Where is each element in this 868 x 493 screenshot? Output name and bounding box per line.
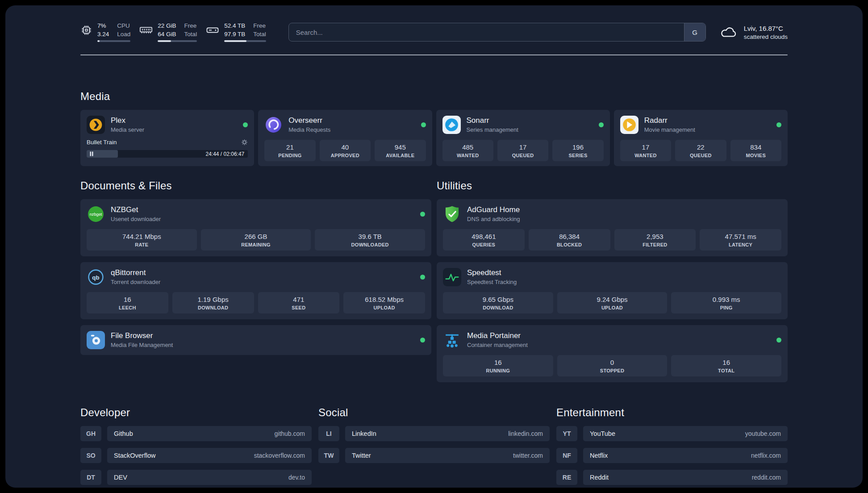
app-name: Media Portainer [467, 332, 528, 340]
app-name: Sonarr [467, 117, 518, 125]
link-row-stackoverflow: SO StackOverflow stackoverflow.com [80, 448, 312, 463]
stat-queued: 22 QUEUED [675, 140, 726, 161]
search-engine-button[interactable]: G [684, 23, 705, 41]
stat-downloaded: 39.6 TB DOWNLOADED [315, 229, 425, 251]
link-group-social: Social LI LinkedIn linkedin.com TW Twitt… [318, 406, 550, 485]
status-dot [420, 212, 425, 217]
memory-icon [139, 24, 153, 36]
app-subtitle: Torrent downloader [111, 279, 160, 285]
now-playing-title: Bullet Train [87, 139, 117, 146]
status-dot [599, 122, 604, 127]
app-card-portainer[interactable]: Media Portainer Container management 16 … [437, 325, 788, 382]
link-row-youtube: YT YouTube youtube.com [556, 426, 788, 441]
topbar: 7% 3.24 CPU Load [80, 22, 788, 42]
status-dot [776, 338, 781, 343]
stat-rate: 744.21 Mbps RATE [87, 229, 197, 251]
stat-download: 9.65 Gbps DOWNLOAD [443, 292, 553, 313]
stat-wanted: 17 WANTED [620, 140, 671, 161]
playback-time: 24:44 / 02:06:47 [206, 151, 245, 157]
nzbget-icon: nzbget [87, 205, 105, 223]
app-card-speedtest[interactable]: Speedtest Speedtest Tracking 9.65 Gbps D… [437, 262, 788, 319]
stat-upload: 9.24 Gbps UPLOAD [557, 292, 668, 313]
app-name: Plex [111, 117, 144, 125]
app-name: Radarr [644, 117, 695, 125]
reddit-link[interactable]: Reddit reddit.com [583, 470, 788, 485]
plex-icon [87, 116, 105, 134]
disk-total-value: 97.9 TB [224, 31, 245, 38]
github-link[interactable]: Github github.com [107, 426, 312, 441]
speedtest-icon [443, 268, 461, 286]
svg-text:qb: qb [92, 274, 99, 281]
twitter-link[interactable]: Twitter twitter.com [345, 448, 550, 463]
cpu-load-value: 3.24 [97, 31, 109, 38]
stackoverflow-abbr-tile[interactable]: SO [80, 448, 101, 463]
link-group-entertainment: Entertainment YT YouTube youtube.com NF … [556, 406, 788, 485]
app-name: File Browser [111, 332, 173, 340]
qbittorrent-icon: qb [87, 268, 105, 286]
memory-label-bottom: Total [184, 31, 197, 38]
cpu-percent: 7% [97, 22, 109, 29]
stat-seed: 471 SEED [258, 292, 340, 313]
github-abbr-tile[interactable]: GH [80, 426, 101, 441]
stat-movies: 834 MOVIES [730, 140, 781, 161]
stat-stopped: 0 STOPPED [557, 355, 668, 376]
documents-column: Documents & Files nzbget NZBGet U [80, 180, 431, 382]
stat-remaining: 266 GB REMAINING [201, 229, 311, 251]
stat-leech: 16 LEECH [87, 292, 168, 313]
netflix-abbr-tile[interactable]: NF [556, 448, 577, 463]
weather-condition: scattered clouds [744, 33, 788, 40]
disk-widget: 52.4 TB 97.9 TB Free Total [206, 22, 266, 42]
youtube-abbr-tile[interactable]: YT [556, 426, 577, 441]
youtube-link[interactable]: YouTube youtube.com [583, 426, 788, 441]
playback-progressbar[interactable]: 24:44 / 02:06:47 [87, 150, 248, 158]
disk-label-top: Free [253, 22, 266, 29]
pause-button[interactable] [89, 151, 94, 156]
portainer-icon [443, 331, 461, 349]
app-card-qbittorrent[interactable]: qb qBittorrent Torrent downloader 16 LEE… [80, 262, 431, 319]
media-grid: Plex Media server Bullet Train [80, 110, 788, 166]
app-subtitle: Movie management [644, 126, 695, 133]
svg-text:nzbget: nzbget [90, 212, 102, 217]
stat-upload: 618.52 Mbps UPLOAD [343, 292, 425, 313]
app-card-adguard[interactable]: AdGuard Home DNS and adblocking 498,461 … [437, 199, 788, 256]
app-card-plex[interactable]: Plex Media server Bullet Train [80, 110, 254, 166]
stat-filtered: 2,953 FILTERED [614, 229, 696, 251]
cpu-label-bottom: Load [117, 31, 130, 38]
app-card-nzbget[interactable]: nzbget NZBGet Usenet downloader 744.21 M… [80, 199, 431, 256]
memory-label-top: Free [184, 22, 197, 29]
status-dot [420, 338, 425, 343]
stat-available: 945 AVAILABLE [375, 140, 426, 161]
stat-ping: 0.993 ms PING [671, 292, 781, 313]
cpu-widget: 7% 3.24 CPU Load [80, 22, 130, 42]
twitter-abbr-tile[interactable]: TW [318, 448, 339, 463]
reddit-abbr-tile[interactable]: RE [556, 470, 577, 485]
app-subtitle: Series management [467, 126, 518, 133]
app-card-overseerr[interactable]: Overseerr Media Requests 21 PENDING 40 A… [258, 110, 432, 166]
stat-total: 16 TOTAL [671, 355, 781, 376]
link-row-linkedin: LI LinkedIn linkedin.com [318, 426, 550, 441]
dev-link[interactable]: DEV dev.to [107, 470, 312, 485]
app-card-radarr[interactable]: Radarr Movie management 17 WANTED 22 QUE… [614, 110, 788, 166]
stat-pending: 21 PENDING [264, 140, 315, 161]
status-dot [421, 122, 426, 127]
media-section-title: Media [80, 90, 788, 103]
cpu-icon [80, 24, 92, 36]
link-row-dev: DT DEV dev.to [80, 470, 312, 485]
app-subtitle: DNS and adblocking [467, 216, 520, 222]
app-card-sonarr[interactable]: Sonarr Series management 485 WANTED 17 Q… [436, 110, 610, 166]
search-bar[interactable]: G [288, 23, 706, 42]
search-input[interactable] [289, 23, 684, 41]
topbar-divider [80, 54, 788, 55]
cpu-label-top: CPU [117, 22, 130, 29]
weather-location: Lviv, 16.87°C [744, 25, 788, 32]
netflix-link[interactable]: Netflix netflix.com [583, 448, 788, 463]
dev-abbr-tile[interactable]: DT [80, 470, 101, 485]
app-card-filebrowser[interactable]: File Browser Media File Management [80, 325, 431, 355]
settings-gear-icon[interactable] [241, 139, 248, 146]
linkedin-abbr-tile[interactable]: LI [318, 426, 339, 441]
stackoverflow-link[interactable]: StackOverflow stackoverflow.com [107, 448, 312, 463]
utilities-section-title: Utilities [437, 180, 788, 192]
link-row-github: GH Github github.com [80, 426, 312, 441]
linkedin-link[interactable]: LinkedIn linkedin.com [345, 426, 550, 441]
status-dot [243, 122, 248, 127]
